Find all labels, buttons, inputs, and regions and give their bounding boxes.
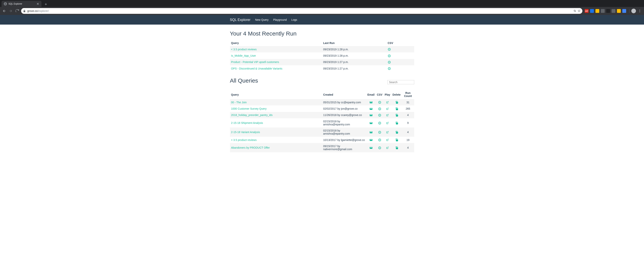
table-row: 2-15-18 Shipment Analysis02/15/2018 by a…	[230, 118, 414, 128]
lock-icon	[23, 10, 26, 12]
extension-icon[interactable]	[622, 9, 626, 13]
forward-button[interactable]	[8, 8, 14, 14]
recent-table: Query Last Run CSV < 3.5 product reviews…	[230, 40, 414, 72]
external-icon[interactable]	[386, 146, 389, 150]
external-icon[interactable]	[386, 101, 389, 104]
run-count-cell: 4	[402, 128, 414, 137]
run-count-cell: 19	[402, 137, 414, 143]
browser-tab[interactable]: SQL Explorer	[2, 1, 42, 7]
trash-icon[interactable]	[395, 114, 398, 117]
reload-icon	[16, 9, 19, 13]
download-icon[interactable]	[378, 122, 381, 124]
extension-icon[interactable]	[596, 9, 599, 13]
extension-abp-icon[interactable]: ABP	[585, 9, 588, 13]
external-icon[interactable]	[386, 122, 389, 124]
col-delete[interactable]: Delete	[392, 90, 402, 99]
nav-link-playground[interactable]: Playground	[273, 18, 287, 21]
download-icon[interactable]	[378, 107, 381, 110]
external-icon[interactable]	[386, 107, 389, 110]
query-link[interactable]: 2-15-18 Shipment Analysis	[231, 121, 263, 124]
mail-icon[interactable]	[370, 122, 372, 124]
reload-button[interactable]	[14, 8, 20, 14]
query-link[interactable]: 2018_holiday_preorder_pantry_ids	[231, 114, 272, 116]
tab-title: SQL Explorer	[8, 2, 22, 5]
new-tab-button[interactable]	[43, 2, 48, 7]
browser-chrome: SQL Explorer grove.co/explorer/ ABP	[0, 0, 644, 15]
extension-icon[interactable]	[606, 9, 610, 13]
extension-icon[interactable]	[590, 9, 594, 13]
query-link[interactable]: Product - Potential VIP upsell customers	[231, 60, 279, 64]
browser-menu-button[interactable]	[637, 8, 642, 14]
all-heading: All Queries	[230, 78, 258, 84]
created-cell: 05/31/2015 by cc@epantry.com	[322, 99, 366, 106]
external-icon[interactable]	[386, 138, 389, 142]
nav-link-logs[interactable]: Logs	[292, 18, 297, 21]
download-icon[interactable]	[378, 114, 381, 117]
col-csv[interactable]: CSV	[376, 90, 384, 99]
back-button[interactable]	[2, 8, 7, 14]
close-icon[interactable]	[36, 2, 39, 5]
run-count-cell: 4	[402, 143, 414, 152]
query-link[interactable]: < 3.5 product reviews	[231, 48, 257, 51]
query-link[interactable]: < 3.5 product reviews	[231, 138, 257, 142]
app-navbar: SQL Explorer New Query Playground Logs	[0, 15, 644, 24]
trash-icon[interactable]	[395, 107, 398, 110]
mail-icon[interactable]	[370, 138, 372, 142]
col-play[interactable]: Play	[384, 90, 392, 99]
query-link[interactable]: Is_Mobile_App_User	[231, 54, 256, 57]
last-run-cell: 09/23/2019 1:28 p.m.	[322, 52, 386, 59]
col-query[interactable]: Query	[230, 40, 322, 46]
col-created[interactable]: Created	[322, 90, 366, 99]
mail-icon[interactable]	[370, 107, 372, 110]
profile-avatar[interactable]	[631, 9, 636, 13]
extension-icon[interactable]	[612, 9, 616, 13]
download-icon[interactable]	[378, 138, 381, 142]
col-email[interactable]: Email	[366, 90, 376, 99]
trash-icon[interactable]	[395, 122, 398, 124]
last-run-cell: 09/23/2019 1:28 p.m.	[322, 46, 386, 52]
created-cell: 02/15/2018 by amishra@epantry.com	[322, 128, 366, 137]
table-row: < 3.5 product reviews10/13/2017 by lgami…	[230, 137, 414, 143]
query-link[interactable]: 2-15-18 Variant Analysis	[231, 130, 260, 134]
page-content: Your 4 Most Recently Run Query Last Run …	[230, 24, 414, 152]
recent-heading: Your 4 Most Recently Run	[230, 30, 414, 37]
nav-link-new-query[interactable]: New Query	[255, 18, 268, 21]
mail-icon[interactable]	[370, 114, 372, 117]
url-text: grove.co/explorer/	[27, 10, 572, 12]
trash-icon[interactable]	[395, 146, 398, 150]
col-run-count[interactable]: Run Count	[402, 90, 414, 99]
trash-icon[interactable]	[395, 131, 398, 134]
download-icon[interactable]	[388, 67, 391, 70]
search-input[interactable]	[387, 80, 414, 84]
download-icon[interactable]	[388, 54, 391, 58]
col-query[interactable]: Query	[230, 90, 322, 99]
app-brand[interactable]: SQL Explorer	[230, 18, 250, 22]
download-icon[interactable]	[388, 48, 391, 51]
query-link[interactable]: 1000 Customer Survey Query	[231, 107, 266, 110]
star-icon[interactable]	[578, 10, 580, 12]
download-icon[interactable]	[378, 131, 381, 134]
query-link[interactable]: OPS - Discontinued & Unavailable Variant…	[231, 67, 282, 70]
download-icon[interactable]	[378, 101, 381, 104]
mail-icon[interactable]	[370, 131, 372, 134]
table-row: 1000 Customer Survey Query02/02/2017 by …	[230, 106, 414, 112]
table-row: OPS - Discontinued & Unavailable Variant…	[230, 65, 414, 72]
trash-icon[interactable]	[395, 138, 398, 142]
col-csv[interactable]: CSV	[386, 40, 414, 46]
browser-toolbar: grove.co/explorer/ ABP	[0, 7, 644, 15]
trash-icon[interactable]	[395, 101, 398, 104]
run-count-cell: 31	[402, 99, 414, 106]
mail-icon[interactable]	[370, 101, 372, 104]
extension-icon[interactable]	[601, 9, 605, 13]
query-link[interactable]: 00 - The Join	[231, 101, 247, 104]
address-bar[interactable]: grove.co/explorer/	[21, 8, 582, 14]
mail-icon[interactable]	[370, 146, 372, 150]
query-link[interactable]: Abandoners by PRODUCT Offer	[231, 146, 270, 149]
forward-icon	[9, 9, 12, 13]
extension-icon[interactable]	[617, 9, 621, 13]
download-icon[interactable]	[378, 146, 381, 150]
external-icon[interactable]	[386, 114, 389, 117]
download-icon[interactable]	[388, 61, 391, 64]
col-last-run[interactable]: Last Run	[322, 40, 386, 46]
external-icon[interactable]	[386, 131, 389, 134]
